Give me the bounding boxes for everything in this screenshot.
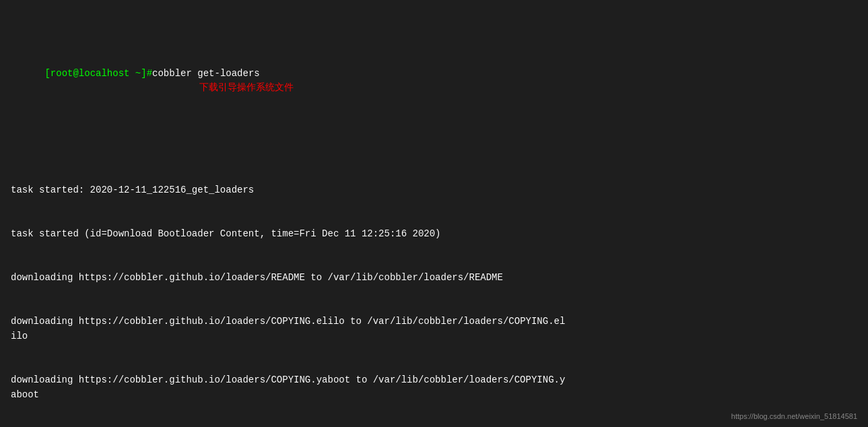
output-line-1: task started: 2020-12-11_122516_get_load… <box>11 183 857 198</box>
command-line: [root@localhost ~]#cobbler get-loaders 下… <box>11 52 857 139</box>
terminal-content: [root@localhost ~]#cobbler get-loaders 下… <box>11 8 857 427</box>
output-line-5: downloading https://cobbler.github.io/lo… <box>11 373 857 402</box>
annotation: 下载引导操作系统文件 <box>199 81 294 96</box>
output-line-3: downloading https://cobbler.github.io/lo… <box>11 271 857 286</box>
terminal-window: [root@localhost ~]#cobbler get-loaders 下… <box>0 0 868 427</box>
output-line-4: downloading https://cobbler.github.io/lo… <box>11 315 857 343</box>
output-line-2: task started (id=Download Bootloader Con… <box>11 227 857 242</box>
watermark: https://blog.csdn.net/weixin_51814581 <box>731 412 857 420</box>
prompt: [root@localhost ~]# <box>44 68 152 79</box>
command: cobbler get-loaders <box>152 68 260 79</box>
